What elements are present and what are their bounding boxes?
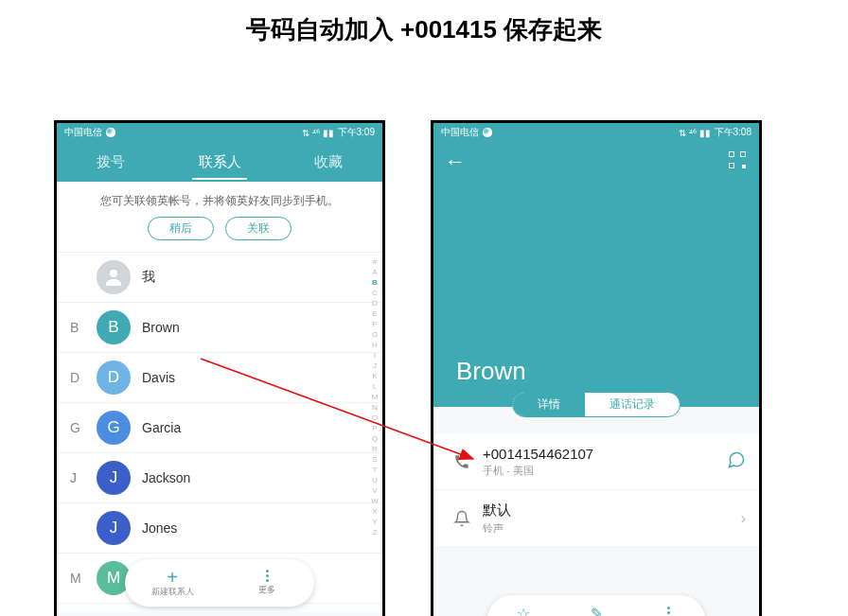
contact-name: Davis (142, 370, 175, 385)
index-letter[interactable]: E (369, 308, 380, 319)
banner-text: 您可关联领英帐号，并将领英好友同步到手机。 (66, 193, 373, 209)
plus-icon: + (167, 569, 178, 586)
contact-row[interactable]: JJones (57, 503, 382, 554)
index-letter[interactable]: H (369, 340, 380, 350)
section-letter: M (70, 571, 81, 586)
bell-icon (449, 510, 475, 527)
index-letter[interactable]: L (369, 381, 380, 392)
segment-control: 详情 通话记录 (433, 392, 759, 417)
qr-icon[interactable] (729, 151, 746, 168)
contact-row[interactable]: GGGarcia (57, 403, 382, 453)
contact-list[interactable]: 我 BBBrownDDDavisGGGarciaJJJacksonJJonesM… (57, 253, 382, 612)
index-letter[interactable]: M (369, 392, 380, 402)
contact-name: Jackson (142, 470, 190, 485)
contact-name: Jones (142, 520, 177, 536)
seg-calllog[interactable]: 通话记录 (585, 393, 680, 416)
contact-hero: 中国电信 ⇅ ⁴⁶ ▮▮下午3:08 ← Brown (433, 123, 759, 407)
globe-icon (483, 128, 492, 137)
seg-detail[interactable]: 详情 (513, 393, 585, 416)
contact-name: Brown (142, 320, 180, 335)
alpha-index[interactable]: #ABCDEFGHIJKLMNOPQRSTUVWXYZ (369, 253, 380, 612)
message-icon[interactable] (727, 450, 746, 473)
carrier-label: 中国电信 (441, 126, 479, 139)
index-letter[interactable]: Z (369, 527, 380, 537)
avatar: J (97, 511, 131, 545)
ringtone-title: 默认 (483, 502, 511, 519)
index-letter[interactable]: U (369, 475, 380, 485)
index-letter[interactable]: K (369, 371, 380, 381)
globe-icon (106, 128, 115, 137)
index-letter[interactable]: O (369, 413, 380, 423)
ringtone-sub: 铃声 (483, 521, 511, 536)
more-button[interactable]: 更多 (632, 595, 705, 616)
phone-icon (449, 453, 475, 470)
edit-button[interactable]: ✎编辑 (560, 595, 633, 616)
index-letter[interactable]: A (369, 267, 380, 277)
index-letter[interactable]: I (369, 350, 380, 361)
chevron-right-icon: › (741, 510, 746, 527)
section-letter: G (70, 420, 80, 435)
index-letter[interactable]: T (369, 465, 380, 475)
page-title: 号码自动加入 +001415 保存起来 (0, 0, 848, 54)
carrier-label: 中国电信 (64, 126, 102, 139)
index-letter[interactable]: F (369, 319, 380, 329)
index-letter[interactable]: Q (369, 433, 380, 444)
dots-icon (266, 570, 269, 582)
avatar: B (97, 310, 131, 344)
contact-row[interactable]: JJJackson (57, 453, 382, 503)
index-letter[interactable]: B (369, 277, 380, 288)
pencil-icon: ✎ (591, 605, 603, 617)
clock: 下午3:09 (338, 126, 375, 139)
tab-favorites[interactable]: 收藏 (274, 142, 382, 182)
dots-icon (667, 607, 670, 616)
index-letter[interactable]: V (369, 485, 380, 496)
index-letter[interactable]: R (369, 444, 380, 454)
linkedin-banner: 您可关联领英帐号，并将领英好友同步到手机。 稍后 关联 (57, 182, 382, 253)
ringtone-row[interactable]: 默认 铃声 › (433, 490, 759, 548)
index-letter[interactable]: S (369, 454, 380, 465)
later-button[interactable]: 稍后 (148, 217, 214, 240)
back-button[interactable]: ← (445, 150, 466, 174)
more-button[interactable]: 更多 (220, 559, 314, 607)
phone-number: +0014154462107 (483, 446, 593, 462)
index-letter[interactable]: P (369, 423, 380, 433)
section-letter: J (70, 470, 77, 485)
top-tabs: 拨号 联系人 收藏 (57, 142, 382, 182)
index-letter[interactable]: Y (369, 517, 380, 527)
phone-type: 手机 - 美国 (483, 464, 593, 478)
index-letter[interactable]: W (369, 496, 380, 506)
star-icon: ☆ (517, 605, 530, 617)
clock: 下午3:08 (715, 126, 751, 139)
avatar: D (97, 361, 131, 395)
contact-detail-screen: 中国电信 ⇅ ⁴⁶ ▮▮下午3:08 ← Brown 详情 通话记录 +0014… (431, 120, 762, 616)
phone-row[interactable]: +0014154462107 手机 - 美国 (433, 434, 759, 490)
me-label: 我 (142, 269, 155, 286)
signal-icon: ⇅ ⁴⁶ ▮▮ (302, 128, 334, 138)
contacts-screen: 中国电信 ⇅ ⁴⁶ ▮▮下午3:09 拨号 联系人 收藏 您可关联领英帐号，并将… (54, 120, 385, 616)
tab-contacts[interactable]: 联系人 (166, 142, 274, 182)
index-letter[interactable]: J (369, 361, 380, 371)
bottom-bar: ☆收藏 ✎编辑 更多 (487, 595, 705, 616)
me-row[interactable]: 我 (57, 253, 382, 303)
favorite-button[interactable]: ☆收藏 (487, 595, 560, 616)
contact-row[interactable]: BBBrown (57, 303, 382, 353)
link-button[interactable]: 关联 (225, 217, 292, 240)
index-letter[interactable]: # (369, 256, 380, 267)
avatar: J (97, 461, 131, 495)
avatar: G (97, 411, 131, 445)
contact-name: Brown (456, 357, 526, 386)
index-letter[interactable]: X (369, 506, 380, 517)
index-letter[interactable]: C (369, 288, 380, 298)
index-letter[interactable]: N (369, 402, 380, 413)
contact-row[interactable]: DDDavis (57, 353, 382, 403)
status-bar: 中国电信 ⇅ ⁴⁶ ▮▮下午3:09 (57, 123, 382, 142)
new-contact-button[interactable]: +新建联系人 (125, 559, 220, 607)
signal-icon: ⇅ ⁴⁶ ▮▮ (679, 128, 711, 138)
tab-dial[interactable]: 拨号 (57, 142, 166, 182)
section-letter: D (70, 370, 80, 385)
section-letter: B (70, 320, 79, 335)
status-bar: 中国电信 ⇅ ⁴⁶ ▮▮下午3:08 (433, 123, 759, 142)
avatar-me (97, 260, 131, 294)
index-letter[interactable]: D (369, 298, 380, 308)
index-letter[interactable]: G (369, 329, 380, 340)
